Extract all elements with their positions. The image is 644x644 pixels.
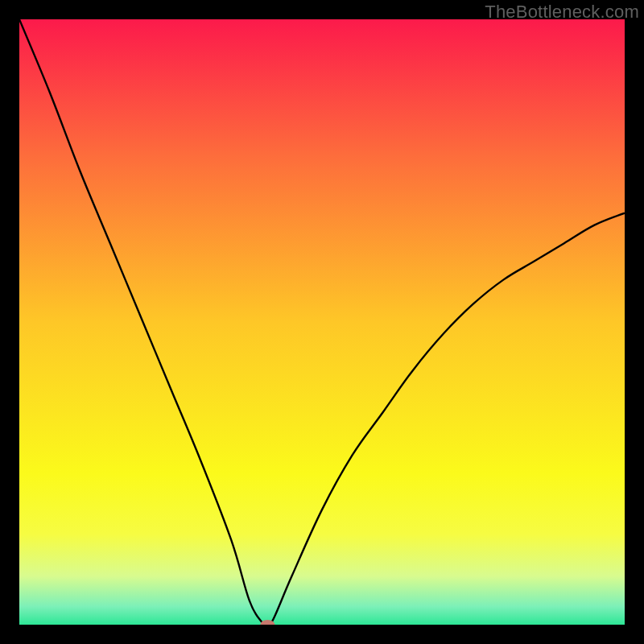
plot-area	[19, 19, 625, 625]
plot-background	[19, 19, 625, 625]
watermark-label: TheBottleneck.com	[485, 2, 639, 23]
chart-frame: TheBottleneck.com	[0, 0, 644, 644]
chart-svg	[19, 19, 625, 625]
